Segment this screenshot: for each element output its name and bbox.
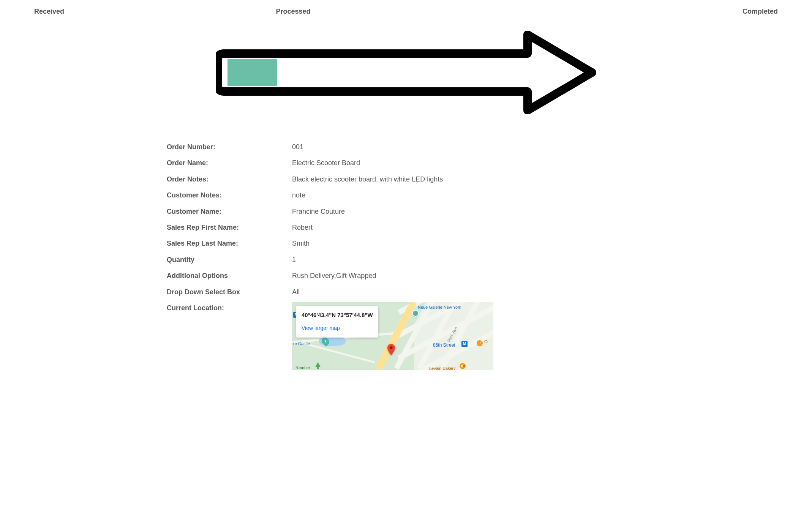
map-poi-icon <box>412 310 419 317</box>
label-current-location: Current Location: <box>167 302 292 370</box>
label-received: Received <box>34 8 64 16</box>
row-sales-rep-first: Sales Rep First Name: Robert <box>167 221 653 234</box>
label-order-name: Order Name: <box>167 157 292 169</box>
map-label-86th-street: 86th Street <box>433 341 455 350</box>
value-customer-name: Francine Couture <box>292 205 653 218</box>
progress-arrow-icon <box>216 31 596 114</box>
label-additional-options: Additional Options <box>167 270 292 282</box>
map-label-castle: re Castle <box>293 340 310 348</box>
value-sales-rep-last: Smith <box>292 237 653 249</box>
svg-point-1 <box>390 346 393 349</box>
map-label-ramble: Ramble <box>295 364 310 370</box>
value-quantity: 1 <box>292 254 653 266</box>
label-completed: Completed <box>742 8 778 16</box>
label-customer-notes: Customer Notes: <box>167 189 292 201</box>
map-label-levain: Levain Bakery - <box>429 365 458 370</box>
value-order-name: Electric Scooter Board <box>292 157 653 169</box>
value-order-notes: Black electric scooter board, with white… <box>292 173 653 185</box>
restaurant-icon: 🍴 <box>477 340 483 346</box>
label-customer-name: Customer Name: <box>167 205 292 218</box>
progress-labels: Received Processed Completed <box>23 8 789 16</box>
view-larger-map-link[interactable]: View larger map <box>302 325 340 331</box>
row-current-location: Current Location: <box>167 302 653 370</box>
value-dropdown: All <box>292 286 653 298</box>
label-quantity: Quantity <box>167 254 292 266</box>
row-dropdown: Drop Down Select Box All <box>167 286 653 298</box>
label-sales-rep-last: Sales Rep Last Name: <box>167 237 292 249</box>
value-order-number: 001 <box>292 141 653 153</box>
row-quantity: Quantity 1 <box>167 254 653 266</box>
row-order-name: Order Name: Electric Scooter Board <box>167 157 653 169</box>
map-label-ct: Ct <box>484 338 488 346</box>
value-current-location: 40°46'43.4"N 73°57'44.8"W View larger ma… <box>292 302 653 370</box>
row-additional-options: Additional Options Rush Delivery,Gift Wr… <box>167 270 653 282</box>
map-pin-icon <box>387 344 395 355</box>
row-order-notes: Order Notes: Black electric scooter boar… <box>167 173 653 185</box>
value-additional-options: Rush Delivery,Gift Wrapped <box>292 270 653 282</box>
metro-icon: M <box>461 341 468 347</box>
map-coords-text: 40°46'43.4"N 73°57'44.8"W <box>302 310 373 320</box>
bakery-icon: 🍞 <box>460 363 466 369</box>
value-sales-rep-first: Robert <box>292 221 653 234</box>
progress-arrow-container <box>23 31 789 114</box>
row-order-number: Order Number: 001 <box>167 141 653 153</box>
map-info-box: 40°46'43.4"N 73°57'44.8"W View larger ma… <box>296 306 378 338</box>
map-label-neue-galerie: Neue Galerie New York <box>418 304 461 311</box>
label-dropdown: Drop Down Select Box <box>167 286 292 298</box>
order-details-table: Order Number: 001 Order Name: Electric S… <box>159 141 653 370</box>
label-processed: Processed <box>276 8 310 16</box>
row-customer-name: Customer Name: Francine Couture <box>167 205 653 218</box>
label-order-notes: Order Notes: <box>167 173 292 185</box>
svg-rect-0 <box>227 59 277 86</box>
row-customer-notes: Customer Notes: note <box>167 189 653 201</box>
value-customer-notes: note <box>292 189 653 201</box>
label-order-number: Order Number: <box>167 141 292 153</box>
label-sales-rep-first: Sales Rep First Name: <box>167 221 292 234</box>
map-embed[interactable]: 40°46'43.4"N 73°57'44.8"W View larger ma… <box>292 302 493 370</box>
row-sales-rep-last: Sales Rep Last Name: Smith <box>167 237 653 249</box>
